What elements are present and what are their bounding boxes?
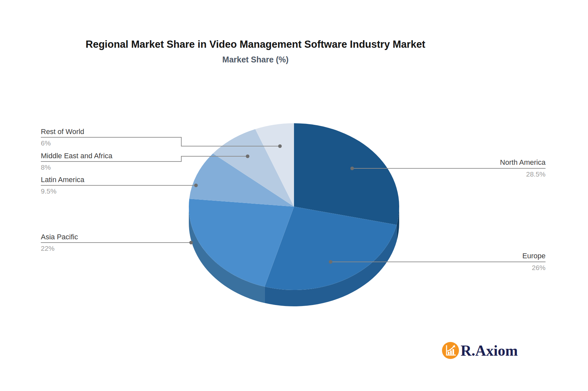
leader-dot-europe [329, 260, 333, 264]
brand-logo: R.Axiom [442, 341, 518, 360]
chart-canvas: Regional Market Share in Video Managemen… [0, 0, 588, 391]
value-rest-of-world: 6% [41, 139, 51, 147]
leader-dot-north-america [351, 167, 354, 170]
label-europe: Europe [522, 252, 546, 260]
value-europe: 26% [532, 264, 546, 272]
label-rest-of-world: Rest of World [41, 128, 84, 136]
leader-dot-latin-america [194, 184, 198, 187]
value-middle-east-and-africa: 8% [41, 163, 51, 171]
leader-dot-middle-east-and-africa [246, 155, 250, 158]
value-north-america: 28.5% [526, 170, 546, 178]
brand-logo-text: R.Axiom [461, 342, 518, 359]
label-latin-america: Latin America [41, 176, 84, 184]
bar-chart-logo-icon [442, 342, 459, 359]
label-north-america: North America [500, 158, 546, 167]
label-middle-east-and-africa: Middle East and Africa [41, 152, 112, 160]
pie-chart [0, 0, 588, 391]
leader-dot-rest-of-world [278, 144, 282, 148]
value-asia-pacific: 22% [41, 245, 55, 252]
value-latin-america: 9.5% [41, 187, 57, 195]
label-asia-pacific: Asia Pacific [41, 233, 78, 241]
leader-dot-asia-pacific [189, 241, 193, 245]
